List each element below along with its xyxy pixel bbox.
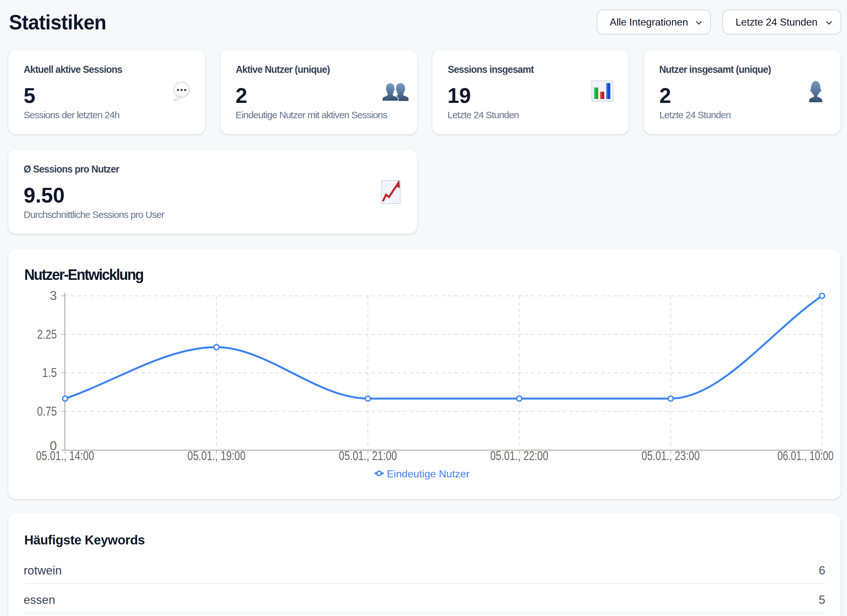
svg-text:05.01., 22:00: 05.01., 22:00: [490, 449, 548, 462]
svg-text:05.01., 23:00: 05.01., 23:00: [642, 449, 700, 462]
svg-text:0.75: 0.75: [37, 404, 57, 418]
svg-text:Eindeutige Nutzer: Eindeutige Nutzer: [387, 468, 469, 480]
svg-text:3: 3: [50, 288, 57, 303]
svg-text:2.25: 2.25: [37, 327, 57, 341]
svg-text:06.01., 10:00: 06.01., 10:00: [778, 449, 834, 462]
svg-text:05.01., 21:00: 05.01., 21:00: [339, 449, 397, 462]
svg-text:05.01., 14:00: 05.01., 14:00: [36, 449, 94, 462]
svg-text:05.01., 19:00: 05.01., 19:00: [187, 449, 246, 462]
svg-text:1.5: 1.5: [42, 365, 57, 380]
